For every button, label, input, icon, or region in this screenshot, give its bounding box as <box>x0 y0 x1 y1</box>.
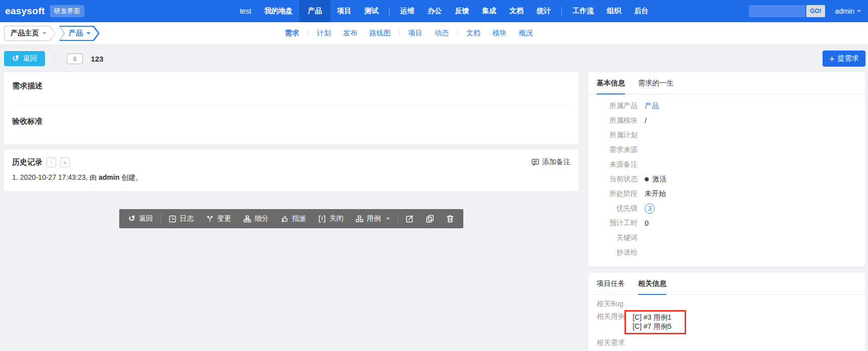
nav-item-stats[interactable]: 统计 <box>530 0 557 22</box>
acceptance-section-title: 验收标准 <box>12 117 570 126</box>
product-link[interactable]: 产品 <box>645 102 659 111</box>
history-entry-text: 1. 2020-10-27 17:43:23, 由 <box>12 173 99 181</box>
app-logo[interactable]: easysoft <box>5 6 45 17</box>
nav-item-test-mgmt[interactable]: 测试 <box>358 0 385 22</box>
add-note-button[interactable]: 添加备注 <box>532 158 570 167</box>
breadcrumb-product[interactable]: 产品 <box>59 26 100 41</box>
user-name: admin <box>835 7 854 15</box>
user-menu[interactable]: admin <box>835 7 861 15</box>
toolbar-change-button[interactable]: 变更 <box>200 209 237 228</box>
field-keywords: 关键词 <box>597 230 857 245</box>
field-label: 关键词 <box>597 233 638 242</box>
toolbar-assign-button[interactable]: 指派 <box>275 209 312 228</box>
add-story-label: 提需求 <box>838 54 859 63</box>
tab-roadmap[interactable]: 路线图 <box>363 29 397 38</box>
description-section-title: 需求描述 <box>12 81 570 91</box>
tab-module[interactable]: 模块 <box>487 29 513 38</box>
nav-item-doc[interactable]: 文档 <box>503 0 530 22</box>
main-nav: test 我的地盘 产品 项目 测试 运维 办公 反馈 集成 文档 统计 工作流… <box>233 0 655 22</box>
nav-item-org[interactable]: 组织 <box>600 0 628 22</box>
breadcrumb: 产品主页 产品 <box>4 26 100 41</box>
app-window: easysoft 研发界面 test 我的地盘 产品 项目 测试 运维 办公 反… <box>0 0 868 351</box>
history-entry-user: admin <box>99 173 119 181</box>
power-bracket-icon <box>318 215 326 223</box>
toolbar-delete-button[interactable] <box>440 209 460 228</box>
related-stories-row: 相关需求 <box>597 338 857 347</box>
trash-icon <box>446 215 454 223</box>
tab-project-tasks[interactable]: 项目任务 <box>597 279 625 295</box>
chevron-down-icon <box>42 32 46 36</box>
toolbar-usecase-label: 用例 <box>367 214 381 223</box>
toolbar-usecase-button[interactable]: 用例 <box>350 209 396 228</box>
main-column: 需求描述 验收标准 历史记录 添加备注 1. <box>4 72 578 228</box>
toolbar-copy-button[interactable] <box>420 209 440 228</box>
breadcrumb-label: 产品主页 <box>11 29 39 38</box>
tab-plan[interactable]: 计划 <box>311 29 337 38</box>
toolbar-log-button[interactable]: 日志 <box>163 209 200 228</box>
nav-divider <box>561 7 562 15</box>
plus-icon <box>829 54 835 64</box>
expand-all-button[interactable] <box>60 158 70 167</box>
story-detail-card: 需求描述 验收标准 <box>4 72 578 144</box>
related-info-card: 项目任务 相关信息 相关Bug 相关用例 [C] #3 用例1 [C] #7 用… <box>589 273 865 351</box>
tab-related-info[interactable]: 相关信息 <box>638 279 666 295</box>
field-label: 来源备注 <box>597 160 638 169</box>
nav-item-admin[interactable]: 后台 <box>628 0 655 22</box>
reverse-order-button[interactable] <box>46 158 56 167</box>
tab-overview[interactable]: 概况 <box>513 29 539 38</box>
history-card: 历史记录 添加备注 1. 2020-10-27 17:43:23, 由 admi… <box>4 149 578 191</box>
field-label: 预计工时 <box>597 219 638 228</box>
add-story-button[interactable]: 提需求 <box>823 51 865 67</box>
sidebar-column: 基本信息 需求的一生 所属产品 产品 所属模块 / 所属计划 <box>589 72 865 351</box>
field-label: 所处阶段 <box>597 189 638 198</box>
tab-divider <box>457 30 458 37</box>
back-arrow-icon <box>128 215 135 223</box>
tab-project[interactable]: 项目 <box>402 29 428 38</box>
related-rows: 相关Bug 相关用例 [C] #3 用例1 [C] #7 用例5 相关需求 细分… <box>589 295 865 351</box>
toolbar-subdivide-button[interactable]: 细分 <box>237 209 275 228</box>
action-toolbar: 返回 日志 变更 <box>119 209 463 228</box>
toolbar-close-button[interactable]: 关闭 <box>312 209 350 228</box>
tab-dynamic[interactable]: 动态 <box>428 29 455 38</box>
related-case-link[interactable]: [C] #3 用例1 <box>633 313 671 322</box>
history-entry-action: 创建。 <box>119 173 142 181</box>
comment-icon <box>532 159 539 166</box>
nav-item-my-zone[interactable]: 我的地盘 <box>258 0 299 22</box>
nav-item-product[interactable]: 产品 <box>299 0 330 22</box>
tab-story-lifetime[interactable]: 需求的一生 <box>638 79 673 94</box>
tab-release[interactable]: 发布 <box>337 29 363 38</box>
nav-item-workflow[interactable]: 工作流 <box>566 0 600 22</box>
tab-basic-info[interactable]: 基本信息 <box>597 79 625 94</box>
search-input[interactable] <box>749 5 805 17</box>
related-case-link[interactable]: [C] #7 用例5 <box>633 322 671 331</box>
page-title: 123 <box>91 55 104 63</box>
nav-item-feedback[interactable]: 反馈 <box>448 0 475 22</box>
tab-story[interactable]: 需求 <box>279 29 305 38</box>
toolbar-back-label: 返回 <box>139 214 153 223</box>
field-estimate: 预计工时 0 <box>597 216 857 230</box>
toolbar-back-button[interactable]: 返回 <box>122 209 159 228</box>
history-entry: 1. 2020-10-27 17:43:23, 由 admin 创建。 <box>12 173 570 182</box>
status-dot-icon <box>645 177 649 181</box>
field-product: 所属产品 产品 <box>597 98 857 113</box>
highlight-box: [C] #3 用例1 [C] #7 用例5 <box>624 310 686 334</box>
breadcrumb-product-home[interactable]: 产品主页 <box>4 26 56 41</box>
nav-item-project[interactable]: 项目 <box>330 0 358 22</box>
field-value: 未开始 <box>645 189 666 198</box>
nav-item-test[interactable]: test <box>233 0 258 22</box>
field-mailto: 抄送给 <box>597 245 857 260</box>
back-arrow-icon <box>12 55 19 63</box>
page-header: 返回 8 123 提需求 <box>0 45 868 72</box>
toolbar-subdivide-label: 细分 <box>255 214 269 223</box>
nav-item-ops[interactable]: 运维 <box>394 0 421 22</box>
toolbar-edit-button[interactable] <box>400 209 420 228</box>
tab-doc[interactable]: 文档 <box>460 29 487 38</box>
chevron-down-icon <box>386 218 390 222</box>
search-go-button[interactable]: GO! <box>806 5 825 17</box>
nav-item-integration[interactable]: 集成 <box>475 0 503 22</box>
cubes-icon <box>356 215 363 223</box>
nav-item-office[interactable]: 办公 <box>421 0 448 22</box>
back-button[interactable]: 返回 <box>4 51 45 66</box>
field-plan: 所属计划 <box>597 128 857 142</box>
history-section-title: 历史记录 <box>12 158 42 167</box>
